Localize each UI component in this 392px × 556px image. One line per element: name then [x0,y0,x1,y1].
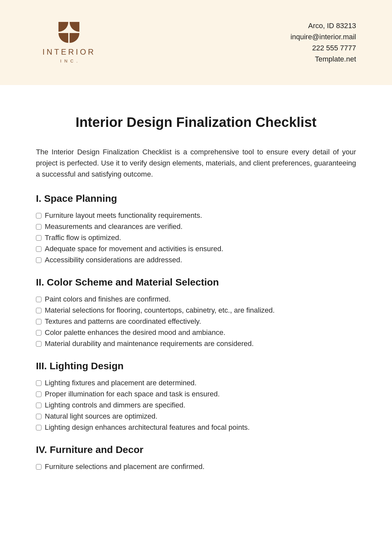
intro-text: The Interior Design Finalization Checkli… [36,147,356,180]
checklist-item: Furniture selections and placement are c… [36,461,356,472]
logo-name: INTERIOR [42,47,96,57]
contact-block: Arco, ID 83213 inquire@interior.mail 222… [290,20,356,65]
checklist-item: Proper illumination for each space and t… [36,389,356,400]
page-title: Interior Design Finalization Checklist [36,114,356,130]
checkbox-icon[interactable] [36,235,41,241]
checklist-item-label: Material durability and maintenance requ… [45,339,254,348]
checklist: Paint colors and finishes are confirmed.… [36,294,356,349]
checkbox-icon[interactable] [36,213,41,218]
checkbox-icon[interactable] [36,464,41,470]
checklist-item-label: Furniture layout meets functionality req… [45,211,202,220]
checklist-item: Material durability and maintenance requ… [36,338,356,349]
checkbox-icon[interactable] [36,330,41,336]
checklist-item: Natural light sources are optimized. [36,411,356,422]
checklist: Furniture selections and placement are c… [36,461,356,472]
checkbox-icon[interactable] [36,414,41,419]
checkbox-icon[interactable] [36,246,41,252]
checkbox-icon[interactable] [36,257,41,263]
checklist-item-label: Measurements and clearances are verified… [45,222,183,231]
checklist: Furniture layout meets functionality req… [36,210,356,266]
checkbox-icon[interactable] [36,319,41,324]
section-heading: I. Space Planning [36,193,356,204]
logo-icon [58,22,79,43]
contact-phone: 222 555 7777 [290,43,356,54]
checklist-item: Lighting design enhances architectural f… [36,422,356,433]
logo-subtitle: INC. [57,59,80,63]
checklist-item-label: Adequate space for movement and activiti… [45,245,223,253]
checkbox-icon[interactable] [36,391,41,397]
checklist-item: Material selections for flooring, counte… [36,305,356,316]
section-heading: II. Color Scheme and Material Selection [36,277,356,288]
checklist-item: Color palette enhances the desired mood … [36,327,356,338]
checkbox-icon[interactable] [36,224,41,230]
contact-address: Arco, ID 83213 [290,20,356,31]
checklist-item: Lighting controls and dimmers are specif… [36,400,356,411]
checklist-item-label: Traffic flow is optimized. [45,234,121,242]
checkbox-icon[interactable] [36,297,41,302]
checklist-item-label: Natural light sources are optimized. [45,412,157,421]
checklist-item: Lighting fixtures and placement are dete… [36,377,356,389]
checklist-item-label: Lighting fixtures and placement are dete… [45,379,197,387]
contact-email: inquire@interior.mail [290,31,356,43]
checklist-item: Furniture layout meets functionality req… [36,210,356,221]
main-content: Interior Design Finalization Checklist T… [0,85,392,472]
header: INTERIOR INC. Arco, ID 83213 inquire@int… [0,0,392,85]
contact-site: Template.net [290,54,356,65]
checklist: Lighting fixtures and placement are dete… [36,377,356,433]
checklist-item-label: Color palette enhances the desired mood … [45,328,225,337]
checklist-item: Measurements and clearances are verified… [36,221,356,232]
checkbox-icon[interactable] [36,341,41,347]
checklist-item: Textures and patterns are coordinated ef… [36,316,356,327]
checklist-item-label: Lighting controls and dimmers are specif… [45,401,185,409]
logo: INTERIOR INC. [42,22,96,63]
section-heading: III. Lighting Design [36,360,356,372]
checklist-item: Adequate space for movement and activiti… [36,243,356,254]
checklist-item-label: Paint colors and finishes are confirmed. [45,295,171,304]
checklist-item-label: Furniture selections and placement are c… [45,462,204,471]
checkbox-icon[interactable] [36,308,41,313]
checkbox-icon[interactable] [36,425,41,430]
checkbox-icon[interactable] [36,380,41,386]
checklist-item: Traffic flow is optimized. [36,232,356,243]
checklist-item-label: Accessibility considerations are address… [45,256,182,264]
checklist-item-label: Material selections for flooring, counte… [45,306,275,315]
checklist-item: Accessibility considerations are address… [36,254,356,266]
checklist-item-label: Proper illumination for each space and t… [45,390,220,398]
checklist-item-label: Textures and patterns are coordinated ef… [45,317,201,326]
section-heading: IV. Furniture and Decor [36,444,356,455]
checklist-item-label: Lighting design enhances architectural f… [45,423,250,432]
checkbox-icon[interactable] [36,403,41,408]
checklist-item: Paint colors and finishes are confirmed. [36,294,356,305]
